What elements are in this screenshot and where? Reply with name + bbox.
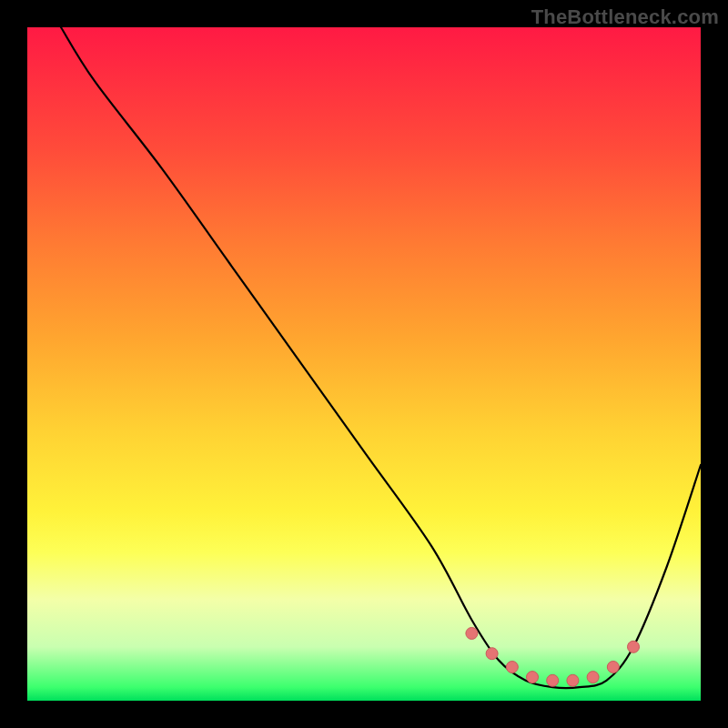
valley-marker [506, 662, 518, 673]
plot-area [27, 27, 701, 701]
valley-marker [587, 672, 599, 683]
watermark-text: TheBottleneck.com [531, 5, 719, 29]
valley-marker [567, 674, 579, 686]
valley-marker [527, 672, 539, 683]
curve-svg [27, 27, 701, 701]
bottleneck-curve-path [61, 27, 701, 688]
valley-marker [547, 674, 559, 686]
valley-marker [466, 628, 478, 640]
valley-marker [628, 641, 640, 652]
chart-frame: TheBottleneck.com [0, 0, 728, 728]
valley-markers-group [466, 628, 640, 687]
valley-marker [486, 648, 498, 660]
valley-marker [607, 662, 619, 673]
